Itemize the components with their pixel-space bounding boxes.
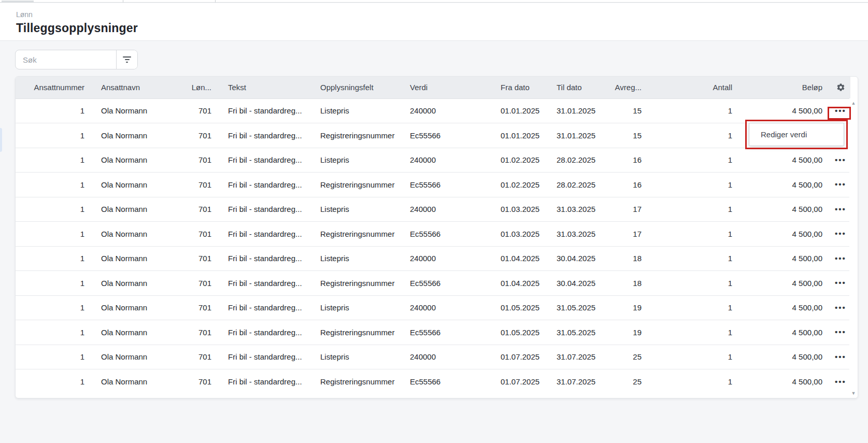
row-actions-ellipsis-icon[interactable]: ••• [835, 377, 846, 387]
table-row[interactable]: 1Ola Normann701Fri bil - standardreg...R… [16, 222, 850, 247]
table-cell: 701 [178, 295, 220, 320]
column-header[interactable]: Verdi [402, 77, 492, 98]
table-cell: 1 [16, 222, 93, 247]
table-row[interactable]: 1Ola Normann701Fri bil - standardreg...L… [16, 345, 850, 369]
table-cell: 15 [607, 123, 650, 148]
table-cell: 1 [16, 197, 93, 222]
column-header[interactable]: Til dato [548, 77, 607, 98]
table-cell: 01.05.2025 [492, 320, 548, 345]
table-row[interactable]: 1Ola Normann701Fri bil - standardreg...R… [16, 320, 850, 345]
table-header-row: AnsattnummerAnsattnavnLøn...TekstOpplysn… [16, 77, 850, 98]
table-cell: 1 [16, 320, 93, 345]
table-cell: Ec55566 [402, 222, 492, 247]
table-cell: 31.01.2025 [548, 123, 607, 148]
table-cell: 01.07.2025 [492, 369, 548, 394]
column-header[interactable]: Ansattnavn [93, 77, 178, 98]
column-header[interactable]: Tekst [220, 77, 312, 98]
column-header[interactable]: Avreg... [607, 77, 650, 98]
table-cell: 01.02.2025 [492, 148, 548, 173]
column-header[interactable]: Løn... [178, 77, 220, 98]
column-header[interactable]: Fra dato [492, 77, 548, 98]
column-header[interactable]: Antall [650, 77, 741, 98]
table-cell: 1 [16, 148, 93, 173]
table-cell: 701 [178, 222, 220, 247]
row-actions-ellipsis-icon[interactable]: ••• [835, 303, 846, 313]
page-title: Tilleggsopplysninger [16, 20, 852, 36]
table-cell: 01.07.2025 [492, 345, 548, 369]
row-actions-ellipsis-icon[interactable]: ••• [835, 253, 846, 264]
table-cell: 1 [650, 271, 741, 296]
row-actions-ellipsis-icon[interactable]: ••• [835, 228, 846, 239]
table-cell: Listepris [312, 148, 402, 173]
table-cell: Fri bil - standardreg... [220, 320, 312, 345]
table-cell: 16 [607, 148, 650, 173]
table-row[interactable]: 1Ola Normann701Fri bil - standardreg...L… [16, 197, 850, 222]
table-cell: 240000 [402, 345, 492, 369]
row-actions-ellipsis-icon[interactable]: ••• [835, 204, 846, 215]
table-row[interactable]: 1Ola Normann701Fri bil - standardreg...L… [16, 295, 850, 320]
table-cell: 1 [650, 320, 741, 345]
table-scrollbar[interactable]: ▲ ▼ [849, 98, 858, 398]
table-cell: 19 [607, 320, 650, 345]
table-card: AnsattnummerAnsattnavnLøn...TekstOpplysn… [15, 76, 858, 398]
table-row[interactable]: 1Ola Normann701Fri bil - standardreg...L… [16, 148, 850, 173]
table-cell: 1 [650, 295, 741, 320]
table-cell: Registreringsnummer [312, 173, 402, 197]
table-cell: Ola Normann [93, 320, 178, 345]
table-row[interactable]: 1Ola Normann701Fri bil - standardreg...R… [16, 271, 850, 296]
row-actions-ellipsis-icon[interactable]: ••• [835, 155, 846, 165]
table-cell: Ec55566 [402, 123, 492, 148]
search-input[interactable] [16, 50, 116, 69]
table-row[interactable]: 1Ola Normann701Fri bil - standardreg...L… [16, 98, 850, 123]
table-cell: 701 [178, 148, 220, 173]
row-actions-ellipsis-icon[interactable]: ••• [835, 106, 846, 116]
table-cell: Ola Normann [93, 197, 178, 222]
table-cell: Fri bil - standardreg... [220, 222, 312, 247]
table-cell: Ola Normann [93, 222, 178, 247]
table-cell: Ola Normann [93, 345, 178, 369]
table-cell: Ola Normann [93, 271, 178, 296]
table-cell: 4 500,00 [741, 345, 831, 369]
filter-icon [123, 56, 131, 63]
table-row[interactable]: 1Ola Normann701Fri bil - standardreg...R… [16, 123, 850, 148]
table-cell: 1 [16, 271, 93, 296]
table-cell: 240000 [402, 246, 492, 271]
table-row[interactable]: 1Ola Normann701Fri bil - standardreg...L… [16, 246, 850, 271]
table-cell: 4 500,00 [741, 295, 831, 320]
table-cell: 15 [607, 98, 650, 123]
table-cell: 01.04.2025 [492, 271, 548, 296]
table-row[interactable]: 1Ola Normann701Fri bil - standardreg...R… [16, 369, 850, 394]
table-cell: 01.05.2025 [492, 295, 548, 320]
table-cell: 701 [178, 369, 220, 394]
table-cell: 25 [607, 369, 650, 394]
tab-divider [123, 0, 123, 3]
menu-item-rediger-verdi[interactable]: Rediger verdi [749, 123, 844, 146]
table-cell: Fri bil - standardreg... [220, 246, 312, 271]
column-header[interactable]: Beløp [741, 77, 831, 98]
table-cell: 4 500,00 [741, 271, 831, 296]
table-cell: Fri bil - standardreg... [220, 123, 312, 148]
table-row[interactable]: 1Ola Normann701Fri bil - standardreg...R… [16, 173, 850, 197]
row-actions-ellipsis-icon[interactable]: ••• [835, 179, 846, 190]
scroll-down-icon[interactable]: ▼ [850, 391, 857, 396]
table-cell: 31.05.2025 [548, 295, 607, 320]
row-actions-ellipsis-icon[interactable]: ••• [835, 327, 846, 337]
column-header[interactable]: Ansattnummer [16, 77, 93, 98]
table-cell: 17 [607, 197, 650, 222]
row-actions-ellipsis-icon[interactable]: ••• [835, 352, 846, 362]
column-settings-button[interactable] [834, 81, 847, 94]
scroll-up-icon[interactable]: ▲ [850, 101, 857, 106]
table-cell: 31.05.2025 [548, 320, 607, 345]
table-cell: 1 [650, 173, 741, 197]
row-actions-ellipsis-icon[interactable]: ••• [835, 278, 846, 288]
filter-button[interactable] [116, 50, 137, 69]
column-header[interactable]: Opplysningsfelt [312, 77, 402, 98]
table-cell: 1 [16, 295, 93, 320]
tab-divider [215, 0, 216, 3]
table-cell: 17 [607, 222, 650, 247]
table-cell: 18 [607, 246, 650, 271]
table-cell: 240000 [402, 98, 492, 123]
table-cell: 240000 [402, 148, 492, 173]
tab-remnant [2, 1, 34, 2]
breadcrumb: Lønn [16, 9, 852, 20]
